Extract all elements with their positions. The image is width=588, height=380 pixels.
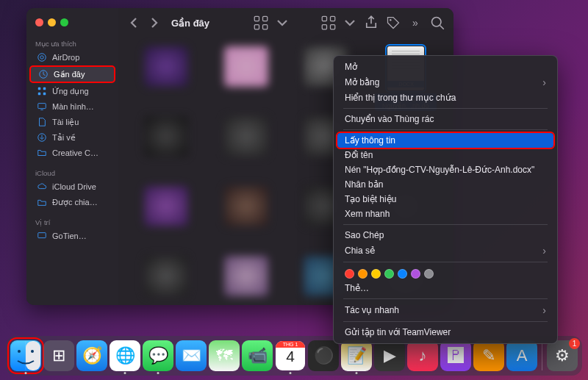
- dock-video[interactable]: ▶: [374, 340, 405, 371]
- running-indicator: [157, 372, 159, 374]
- ctx-share[interactable]: Chia sẻ: [337, 243, 553, 259]
- ctx-teamviewer[interactable]: Gửi tập tin với TeamViewer: [337, 325, 553, 340]
- dock-calendar[interactable]: THG 14: [275, 340, 306, 371]
- documents-icon: [37, 117, 47, 127]
- dock-pages[interactable]: ✎: [473, 340, 504, 371]
- sidebar-item-label: AirDrop: [52, 53, 79, 62]
- svg-rect-15: [331, 16, 335, 21]
- running-indicator: [25, 372, 27, 374]
- desktop-icon: [37, 101, 47, 112]
- thumbnail[interactable]: [129, 256, 204, 305]
- chevron-down-icon[interactable]: [276, 16, 289, 29]
- dock-photo-app[interactable]: ⚫: [308, 340, 339, 371]
- ctx-alias[interactable]: Tạo biệt hiệu: [337, 192, 553, 207]
- chevron-down-icon[interactable]: [343, 16, 356, 29]
- search-icon[interactable]: [430, 15, 445, 30]
- ctx-reveal[interactable]: Hiển thị trong thư mục chứa: [337, 90, 553, 105]
- svg-point-22: [18, 350, 21, 353]
- dock-settings[interactable]: ⚙1: [547, 340, 578, 371]
- sidebar: Mục ưa thích AirDropGần đâyỨng dụngMàn h…: [26, 8, 118, 305]
- thumbnail[interactable]: [129, 186, 204, 248]
- sidebar-item-shared[interactable]: Được chia…: [29, 195, 115, 209]
- thumbnail[interactable]: [209, 116, 284, 179]
- share-icon[interactable]: [364, 15, 379, 30]
- more-icon[interactable]: »: [408, 15, 423, 30]
- svg-point-18: [390, 19, 392, 21]
- thumbnail[interactable]: [209, 186, 284, 248]
- svg-rect-13: [263, 25, 268, 29]
- tag-color[interactable]: [424, 269, 434, 279]
- toolbar: Gần đây »: [118, 8, 453, 37]
- separator: [343, 298, 548, 299]
- sidebar-item-airdrop[interactable]: AirDrop: [29, 50, 115, 65]
- group-icon[interactable]: [321, 15, 336, 30]
- dock-safari[interactable]: 🧭: [76, 340, 107, 371]
- tag-color[interactable]: [358, 269, 368, 279]
- dock-chrome[interactable]: 🌐: [110, 340, 140, 371]
- tag-color[interactable]: [345, 269, 354, 279]
- window-controls: [26, 14, 118, 37]
- forward-button[interactable]: [148, 16, 161, 29]
- ctx-quick-actions[interactable]: Tác vụ nhanh: [337, 302, 553, 318]
- back-button[interactable]: [127, 16, 140, 29]
- tag-icon[interactable]: [386, 15, 401, 30]
- sidebar-item-cloud[interactable]: iCloud Drive: [29, 179, 115, 194]
- thumbnail[interactable]: [209, 256, 284, 305]
- dock-finder[interactable]: [10, 340, 41, 371]
- sidebar-item-apps[interactable]: Ứng dụng: [29, 84, 115, 98]
- view-icon-grid[interactable]: [254, 15, 268, 30]
- dock-maps[interactable]: 🗺: [209, 340, 240, 371]
- ctx-copy[interactable]: Sao Chép: [337, 228, 553, 243]
- sidebar-item-computer[interactable]: GoTien…: [29, 229, 115, 243]
- ctx-quicklook[interactable]: Xem nhanh: [337, 207, 553, 221]
- sidebar-item-desktop[interactable]: Màn hình…: [29, 99, 115, 114]
- sidebar-item-label: Tải về: [52, 133, 76, 143]
- tag-color[interactable]: [398, 269, 407, 279]
- close-button[interactable]: [35, 18, 43, 26]
- ctx-get-info[interactable]: Lấy thông tin: [337, 133, 553, 148]
- separator: [343, 321, 548, 322]
- dock-messages[interactable]: 💬: [143, 340, 173, 371]
- ctx-open[interactable]: Mở: [337, 60, 553, 74]
- svg-point-0: [38, 54, 46, 62]
- ctx-rename[interactable]: Đổi tên: [337, 148, 553, 162]
- sidebar-item-folder[interactable]: Creative C…: [29, 146, 115, 160]
- thumbnail[interactable]: [209, 46, 284, 109]
- cloud-icon: [37, 182, 47, 192]
- dock-appstore[interactable]: A: [506, 340, 537, 371]
- svg-rect-17: [331, 25, 335, 29]
- sidebar-item-label: Gần đây: [54, 70, 85, 79]
- window-title: Gần đây: [171, 18, 209, 29]
- svg-rect-16: [322, 25, 326, 29]
- dock-notes[interactable]: 📝: [341, 340, 372, 371]
- sidebar-item-clock[interactable]: Gần đây: [29, 65, 115, 83]
- tag-color[interactable]: [384, 269, 394, 279]
- ctx-compress[interactable]: Nén "Hợp-đồng-CTV-Nguyễn-Lê-Đức-Anh.docx…: [337, 162, 553, 177]
- shared-icon: [37, 197, 47, 207]
- svg-rect-9: [38, 233, 46, 238]
- svg-point-19: [432, 18, 442, 27]
- sidebar-item-downloads[interactable]: Tải về: [29, 130, 115, 145]
- sidebar-item-label: iCloud Drive: [52, 182, 96, 191]
- tag-color[interactable]: [411, 269, 420, 279]
- ctx-trash[interactable]: Chuyển vào Thùng rác: [337, 112, 553, 126]
- dock-facetime[interactable]: 📹: [242, 340, 273, 371]
- dock-podcasts[interactable]: 🅿: [440, 340, 471, 371]
- sidebar-section-favorites: Mục ưa thích: [26, 37, 118, 49]
- svg-rect-21: [26, 341, 40, 370]
- running-indicator: [290, 372, 292, 374]
- thumbnail[interactable]: [129, 46, 204, 109]
- ctx-open-with[interactable]: Mở bằng: [337, 74, 553, 90]
- thumbnail[interactable]: [129, 116, 204, 179]
- sidebar-item-documents[interactable]: Tài liệu: [29, 115, 115, 129]
- ctx-duplicate[interactable]: Nhân bản: [337, 177, 553, 192]
- minimize-button[interactable]: [48, 18, 56, 26]
- dock-music[interactable]: ♪: [407, 340, 438, 371]
- dock-mail[interactable]: ✉️: [176, 340, 207, 371]
- sidebar-item-label: Màn hình…: [52, 102, 94, 111]
- tag-color[interactable]: [371, 269, 381, 279]
- computer-icon: [37, 231, 47, 241]
- fullscreen-button[interactable]: [60, 18, 68, 26]
- dock-launchpad[interactable]: ⊞: [43, 340, 74, 371]
- ctx-tags[interactable]: Thẻ…: [337, 281, 553, 295]
